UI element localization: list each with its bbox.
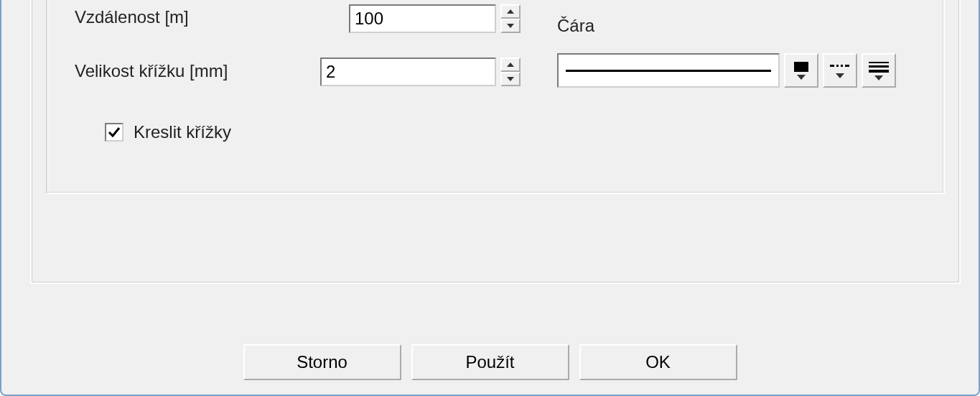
svg-marker-5 xyxy=(797,75,806,80)
ok-button[interactable]: OK xyxy=(579,344,737,380)
line-width-button[interactable] xyxy=(862,53,896,88)
line-style-row xyxy=(557,53,896,88)
svg-marker-3 xyxy=(507,77,514,81)
line-sample xyxy=(566,70,771,72)
svg-rect-13 xyxy=(869,70,889,73)
settings-group: Vzdálenost [m] Čára xyxy=(46,0,945,194)
svg-marker-2 xyxy=(507,63,514,67)
chevron-up-icon xyxy=(507,63,514,67)
distance-spinbox[interactable] xyxy=(349,4,521,33)
cross-size-label: Velikost křížku [mm] xyxy=(75,61,347,81)
svg-marker-10 xyxy=(836,73,844,78)
chevron-up-icon xyxy=(507,9,514,14)
svg-rect-9 xyxy=(845,65,849,67)
chevron-down-icon xyxy=(507,77,514,81)
dialog-button-row: Storno Použít OK xyxy=(1,344,979,380)
cross-size-spin-down[interactable] xyxy=(500,72,521,86)
line-preview[interactable] xyxy=(557,53,780,88)
color-dropdown-icon xyxy=(790,59,813,82)
inner-panel: Vzdálenost [m] Čára xyxy=(30,0,961,284)
distance-label: Vzdálenost [m] xyxy=(75,7,347,27)
svg-rect-6 xyxy=(830,65,834,67)
apply-button[interactable]: Použít xyxy=(411,344,569,380)
line-style-button[interactable] xyxy=(823,53,857,88)
line-section-label: Čára xyxy=(557,16,594,36)
distance-spin-up[interactable] xyxy=(500,4,521,19)
draw-crosses-checkbox[interactable] xyxy=(105,123,123,142)
cancel-button[interactable]: Storno xyxy=(243,344,401,380)
draw-crosses-row: Kreslit křížky xyxy=(105,122,231,142)
distance-spin-buttons xyxy=(500,4,521,33)
svg-marker-14 xyxy=(874,75,883,80)
line-style-dropdown-icon xyxy=(827,59,853,82)
svg-marker-1 xyxy=(507,24,514,28)
cross-size-row: Velikost křížku [mm] xyxy=(75,61,347,81)
svg-rect-4 xyxy=(794,62,808,72)
draw-crosses-label: Kreslit křížky xyxy=(134,122,231,142)
checkmark-icon xyxy=(107,125,121,139)
distance-row: Vzdálenost [m] xyxy=(75,7,347,27)
dialog-window: Vzdálenost [m] Čára xyxy=(0,0,980,396)
line-color-button[interactable] xyxy=(784,53,818,88)
cross-size-spin-buttons xyxy=(500,57,521,86)
distance-input[interactable] xyxy=(349,4,496,33)
cross-size-spinbox[interactable] xyxy=(320,57,521,86)
svg-rect-8 xyxy=(841,65,843,67)
svg-rect-11 xyxy=(869,62,889,63)
cross-size-input[interactable] xyxy=(320,57,496,86)
cross-size-spin-up[interactable] xyxy=(500,57,521,72)
svg-rect-7 xyxy=(836,65,839,67)
svg-marker-0 xyxy=(507,9,514,14)
distance-input-wrap xyxy=(349,4,521,33)
cross-size-input-wrap xyxy=(320,57,521,86)
chevron-down-icon xyxy=(507,24,514,28)
distance-spin-down[interactable] xyxy=(500,19,521,33)
svg-rect-12 xyxy=(869,65,889,68)
line-width-dropdown-icon xyxy=(866,59,892,82)
